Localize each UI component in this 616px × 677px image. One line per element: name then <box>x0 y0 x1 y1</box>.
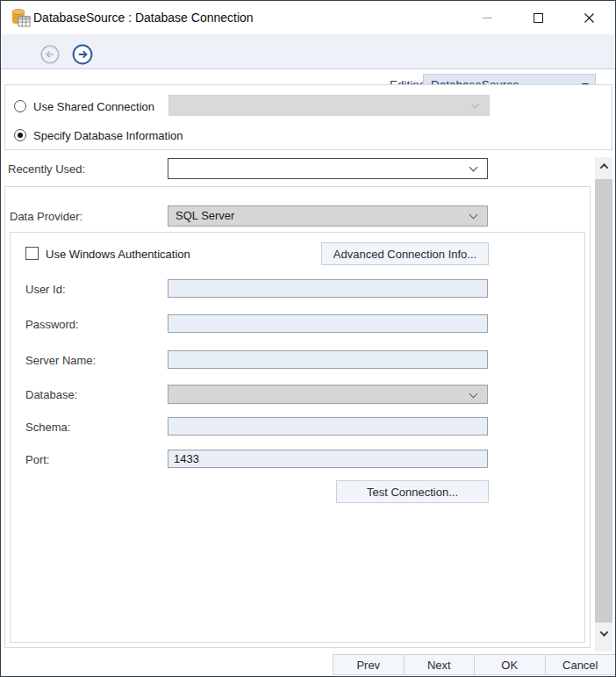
maximize-icon <box>534 13 543 23</box>
database-dropdown[interactable] <box>168 385 488 404</box>
minimize-icon <box>483 18 492 18</box>
user-id-input[interactable] <box>168 279 488 298</box>
schema-input[interactable] <box>168 417 488 436</box>
chevron-down-icon <box>469 163 478 172</box>
chevron-down-icon <box>469 390 478 399</box>
data-provider-value: SQL Server <box>175 209 234 222</box>
scroll-down-button[interactable] <box>595 624 612 642</box>
radio-icon <box>14 100 26 112</box>
windows-auth-label: Use Windows Authentication <box>46 248 190 261</box>
ok-button[interactable]: OK <box>474 655 545 674</box>
database-table-icon <box>10 8 31 27</box>
back-arrow-circle-icon[interactable] <box>40 45 60 64</box>
forward-arrow-circle-icon[interactable] <box>72 44 93 65</box>
shared-connection-dropdown <box>168 95 490 116</box>
title-bar: DatabaseSource : Database Connection <box>1 1 615 34</box>
vertical-scrollbar[interactable] <box>595 157 612 652</box>
data-provider-label: Data Provider: <box>10 210 82 223</box>
cancel-button[interactable]: Cancel <box>545 655 616 674</box>
radio-use-shared-connection[interactable]: Use Shared Connection <box>14 98 154 114</box>
scroll-up-button[interactable] <box>595 157 612 175</box>
password-input[interactable] <box>168 314 488 333</box>
chevron-down-icon <box>471 100 480 109</box>
schema-label: Schema: <box>25 421 70 434</box>
server-name-label: Server Name: <box>25 354 96 367</box>
test-connection-button[interactable]: Test Connection... <box>336 480 489 503</box>
maximize-button[interactable] <box>512 2 563 33</box>
next-button[interactable]: Next <box>404 655 475 674</box>
recently-used-dropdown[interactable] <box>168 158 488 179</box>
recently-used-label: Recently Used: <box>8 162 85 176</box>
navigation-toolbar: Editing: DatabaseSource <box>1 34 615 69</box>
server-name-input[interactable] <box>168 350 488 369</box>
radio-specify-database-information[interactable]: Specify Database Information <box>14 127 183 143</box>
window-title: DatabaseSource : Database Connection <box>33 1 254 34</box>
scrollbar-thumb[interactable] <box>595 179 612 623</box>
database-label: Database: <box>25 388 77 401</box>
radio-selected-icon <box>14 129 26 141</box>
radio-label: Use Shared Connection <box>33 100 154 113</box>
chevron-down-icon <box>469 211 478 220</box>
footer-button-bar: Prev Next OK Cancel <box>333 654 616 675</box>
close-icon <box>584 12 595 24</box>
password-label: Password: <box>25 318 79 331</box>
windows-auth-checkbox[interactable] <box>25 247 39 260</box>
radio-label: Specify Database Information <box>33 129 183 142</box>
user-id-label: User Id: <box>25 283 66 296</box>
close-button[interactable] <box>563 2 614 33</box>
dialog-database-connection: DatabaseSource : Database Connection Edi… <box>0 0 616 677</box>
advanced-connection-info-button[interactable]: Advanced Connection Info... <box>321 242 489 265</box>
data-provider-dropdown[interactable]: SQL Server <box>168 205 488 227</box>
port-input[interactable] <box>168 450 488 468</box>
chevron-up-icon <box>599 162 608 171</box>
connection-mode-panel: Use Shared Connection Specify Database I… <box>4 84 612 150</box>
port-label: Port: <box>25 453 49 466</box>
chevron-down-icon <box>599 628 608 637</box>
prev-button[interactable]: Prev <box>333 655 404 674</box>
minimize-button[interactable] <box>462 2 512 33</box>
